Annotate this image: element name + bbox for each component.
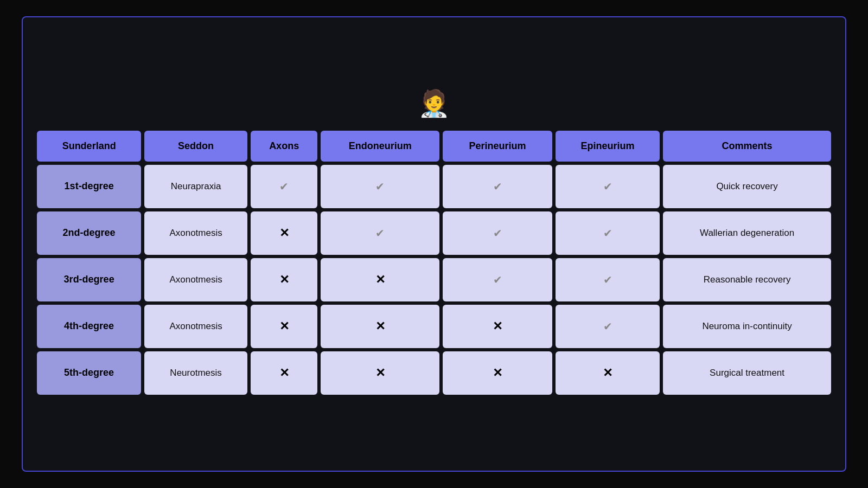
cell-perineurium-row2: ✔ xyxy=(443,258,552,301)
check-icon: ✔ xyxy=(375,227,385,239)
cell-degree-row3: 4th-degree xyxy=(37,305,141,348)
cross-icon: ✕ xyxy=(493,366,502,380)
table-row: 4th-degreeAxonotmesis✕✕✕✔Neuroma in-cont… xyxy=(37,305,831,348)
table-header-row: SunderlandSeddonAxonsEndoneuriumPerineur… xyxy=(37,131,831,162)
check-icon: ✔ xyxy=(603,181,612,192)
cell-epineurium-row2: ✔ xyxy=(556,258,660,301)
cell-degree-row4: 5th-degree xyxy=(37,351,141,395)
cell-axons-row1: ✕ xyxy=(251,211,318,255)
col-header-comments: Comments xyxy=(663,131,831,162)
cell-comment-row4: Surgical treatment xyxy=(663,351,831,395)
check-icon: ✔ xyxy=(493,181,502,192)
main-container: 🧑‍⚕️ SunderlandSeddonAxonsEndoneuriumPer… xyxy=(22,16,846,472)
cell-comment-row1: Wallerian degeneration xyxy=(663,211,831,255)
cell-degree-row0: 1st-degree xyxy=(37,165,141,208)
table-row: 5th-degreeNeurotmesis✕✕✕✕Surgical treatm… xyxy=(37,351,831,395)
nerve-injury-table: SunderlandSeddonAxonsEndoneuriumPerineur… xyxy=(34,127,834,398)
cross-icon: ✕ xyxy=(375,319,385,333)
cell-seddon-row3: Axonotmesis xyxy=(144,305,247,348)
cell-epineurium-row4: ✕ xyxy=(556,351,660,395)
cross-icon: ✕ xyxy=(279,273,289,286)
cell-endoneurium-row3: ✕ xyxy=(321,305,439,348)
cell-degree-row2: 3rd-degree xyxy=(37,258,141,301)
table-row: 3rd-degreeAxonotmesis✕✕✔✔Reasonable reco… xyxy=(37,258,831,301)
cross-icon: ✕ xyxy=(279,226,289,240)
cell-seddon-row2: Axonotmesis xyxy=(144,258,247,301)
cell-endoneurium-row2: ✕ xyxy=(321,258,439,301)
cell-epineurium-row1: ✔ xyxy=(556,211,660,255)
table-body: 1st-degreeNeurapraxia✔✔✔✔Quick recovery2… xyxy=(37,165,831,395)
cell-endoneurium-row1: ✔ xyxy=(321,211,439,255)
cell-axons-row2: ✕ xyxy=(251,258,318,301)
check-icon: ✔ xyxy=(279,181,289,192)
col-header-sunderland: Sunderland xyxy=(37,131,141,162)
check-icon: ✔ xyxy=(603,320,612,332)
cross-icon: ✕ xyxy=(493,319,502,333)
cell-axons-row4: ✕ xyxy=(251,351,318,395)
cross-icon: ✕ xyxy=(279,319,289,333)
cell-endoneurium-row0: ✔ xyxy=(321,165,439,208)
cell-epineurium-row0: ✔ xyxy=(556,165,660,208)
cell-perineurium-row0: ✔ xyxy=(443,165,552,208)
check-icon: ✔ xyxy=(493,274,502,286)
cell-comment-row2: Reasonable recovery xyxy=(663,258,831,301)
cell-endoneurium-row4: ✕ xyxy=(321,351,439,395)
table-wrapper: SunderlandSeddonAxonsEndoneuriumPerineur… xyxy=(34,127,834,398)
col-header-epineurium: Epineurium xyxy=(556,131,660,162)
cell-comment-row3: Neuroma in-continuity xyxy=(663,305,831,348)
cell-seddon-row4: Neurotmesis xyxy=(144,351,247,395)
col-header-seddon: Seddon xyxy=(144,131,247,162)
col-header-endoneurium: Endoneurium xyxy=(321,131,439,162)
avatar: 🧑‍⚕️ xyxy=(418,91,450,117)
cross-icon: ✕ xyxy=(603,366,612,380)
cross-icon: ✕ xyxy=(375,273,385,286)
cell-epineurium-row3: ✔ xyxy=(556,305,660,348)
table-row: 1st-degreeNeurapraxia✔✔✔✔Quick recovery xyxy=(37,165,831,208)
cell-seddon-row0: Neurapraxia xyxy=(144,165,247,208)
avatar-container: 🧑‍⚕️ xyxy=(418,91,450,117)
cell-axons-row3: ✕ xyxy=(251,305,318,348)
cell-comment-row0: Quick recovery xyxy=(663,165,831,208)
cross-icon: ✕ xyxy=(375,366,385,380)
check-icon: ✔ xyxy=(493,227,502,239)
cell-seddon-row1: Axonotmesis xyxy=(144,211,247,255)
cell-degree-row1: 2nd-degree xyxy=(37,211,141,255)
check-icon: ✔ xyxy=(603,227,612,239)
cell-perineurium-row4: ✕ xyxy=(443,351,552,395)
cell-perineurium-row3: ✕ xyxy=(443,305,552,348)
check-icon: ✔ xyxy=(375,181,385,192)
check-icon: ✔ xyxy=(603,274,612,286)
cell-perineurium-row1: ✔ xyxy=(443,211,552,255)
cross-icon: ✕ xyxy=(279,366,289,380)
cell-axons-row0: ✔ xyxy=(251,165,318,208)
col-header-perineurium: Perineurium xyxy=(443,131,552,162)
col-header-axons: Axons xyxy=(251,131,318,162)
table-row: 2nd-degreeAxonotmesis✕✔✔✔Wallerian degen… xyxy=(37,211,831,255)
